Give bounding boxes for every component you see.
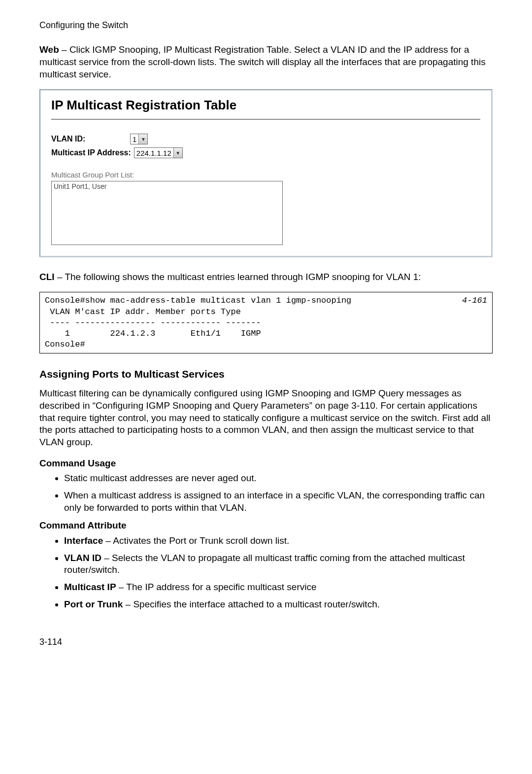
- chevron-down-icon: ▼: [173, 148, 182, 158]
- list-item: Static multicast addresses are never age…: [64, 472, 493, 485]
- command-attribute-list: Interface – Activates the Port or Trunk …: [39, 535, 493, 610]
- command-usage-title: Command Usage: [39, 457, 493, 470]
- list-item: Multicast IP – The IP address for a spec…: [64, 581, 493, 594]
- command-attribute-title: Command Attribute: [39, 520, 493, 532]
- list-item: Port or Trunk – Specifies the interface …: [64, 598, 493, 611]
- list-item: When a multicast address is assigned to …: [64, 490, 493, 514]
- attr-text: – Activates the Port or Trunk scroll dow…: [103, 535, 289, 546]
- cli-intro-bold: CLI: [39, 272, 55, 282]
- divider: [51, 119, 480, 120]
- cli-line-2: VLAN M'cast IP addr. Member ports Type: [45, 307, 241, 317]
- section-title: Assigning Ports to Multicast Services: [39, 367, 493, 381]
- web-intro-para: Web – Click IGMP Snooping, IP Multicast …: [39, 44, 493, 80]
- vlan-id-value: 1: [131, 135, 138, 144]
- attr-text: – Selects the VLAN to propagate all mult…: [64, 553, 465, 575]
- attr-text: – Specifies the interface attached to a …: [123, 599, 380, 609]
- cli-output-box: Console#show mac-address-table multicast…: [39, 292, 493, 353]
- chevron-down-icon: ▼: [138, 134, 147, 144]
- page-number: 3-114: [39, 636, 493, 648]
- vlan-id-row: VLAN ID: 1 ▼: [51, 134, 480, 144]
- multicast-ip-value: 224.1.1.12: [134, 148, 173, 158]
- web-ui-title: IP Multicast Registration Table: [51, 97, 480, 114]
- port-list-box[interactable]: Unit1 Port1, User: [51, 181, 283, 245]
- section-para: Multicast filtering can be dynamically c…: [39, 387, 493, 448]
- vlan-id-select[interactable]: 1 ▼: [130, 134, 148, 144]
- attr-bold: Multicast IP: [64, 582, 116, 592]
- attr-bold: VLAN ID: [64, 553, 101, 563]
- cli-line-4: 1 224.1.2.3 Eth1/1 IGMP: [45, 329, 261, 338]
- attr-bold: Port or Trunk: [64, 599, 123, 609]
- command-usage-list: Static multicast addresses are never age…: [39, 472, 493, 514]
- cli-line-3: ---- ---------------- ------------ -----…: [45, 318, 261, 327]
- multicast-ip-select[interactable]: 224.1.1.12 ▼: [134, 147, 183, 158]
- vlan-id-label: VLAN ID:: [51, 134, 127, 144]
- cli-intro-text: – The following shows the multicast entr…: [55, 272, 421, 282]
- cli-intro-para: CLI – The following shows the multicast …: [39, 271, 493, 283]
- web-intro-bold: Web: [39, 44, 59, 55]
- cli-line-1: Console#show mac-address-table multicast…: [45, 296, 351, 305]
- attr-bold: Interface: [64, 535, 103, 546]
- port-list-label: Multicast Group Port List:: [51, 170, 480, 180]
- cli-line-5: Console#: [45, 340, 85, 349]
- attr-text: – The IP address for a specific multicas…: [116, 582, 317, 592]
- web-ui-panel: IP Multicast Registration Table VLAN ID:…: [39, 89, 493, 257]
- list-item: Interface – Activates the Port or Trunk …: [64, 535, 493, 547]
- list-item: VLAN ID – Selects the VLAN to propagate …: [64, 552, 493, 576]
- web-intro-text: – Click IGMP Snooping, IP Multicast Regi…: [39, 44, 486, 79]
- cli-page-ref: 4-161: [462, 295, 487, 306]
- multicast-ip-label: Multicast IP Address:: [51, 148, 131, 158]
- port-list-item: Unit1 Port1, User: [54, 182, 106, 190]
- multicast-ip-row: Multicast IP Address: 224.1.1.12 ▼: [51, 147, 480, 158]
- page-header: Configuring the Switch: [39, 20, 493, 31]
